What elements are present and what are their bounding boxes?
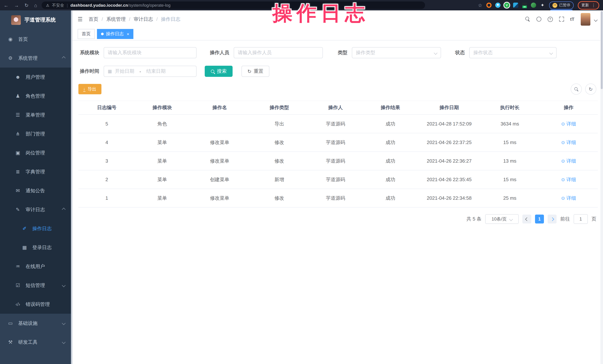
type-select[interactable]: 操作类型 bbox=[352, 47, 441, 58]
detail-link[interactable]: ⊙详细 bbox=[561, 121, 576, 127]
table-row: 4菜单修改菜单修改芋道源码成功2021-04-26 22:37:2515 ms⊙… bbox=[78, 133, 598, 152]
table-cell: 导出 bbox=[250, 114, 309, 133]
sidebar-item-error-code[interactable]: ‹/›错误码管理 bbox=[0, 295, 72, 314]
column-header: 操作模块 bbox=[135, 101, 189, 114]
table-cell-actions: ⊙详细 bbox=[539, 133, 598, 152]
module-label: 系统模块 bbox=[78, 49, 99, 56]
search-button[interactable]: 搜索 bbox=[205, 66, 232, 77]
table-cell: 菜单 bbox=[135, 152, 189, 170]
extension-icon-on[interactable]: on bbox=[522, 3, 527, 8]
table-cell: 芋道源码 bbox=[308, 114, 362, 133]
operator-input[interactable]: 请输入操作人员 bbox=[234, 47, 323, 58]
detail-link[interactable]: ⊙详细 bbox=[561, 176, 576, 183]
column-header: 日志编号 bbox=[78, 101, 135, 114]
status-select[interactable]: 操作状态 bbox=[469, 47, 557, 58]
next-page-button[interactable] bbox=[548, 215, 557, 223]
sidebar-item-login-log[interactable]: ▦登录日志 bbox=[0, 238, 72, 257]
tab-item[interactable]: 首页 bbox=[78, 29, 95, 39]
column-header: 操作人 bbox=[308, 101, 362, 114]
table-cell-actions: ⊙详细 bbox=[539, 114, 598, 133]
window-scrollbar[interactable] bbox=[600, 11, 603, 364]
table-cell: 创建菜单 bbox=[189, 170, 250, 189]
reload-icon[interactable]: ↻ bbox=[24, 3, 29, 8]
table-cell: 13 ms bbox=[480, 152, 539, 170]
goto-page-input[interactable]: 1 bbox=[574, 214, 588, 224]
scrollbar-thumb[interactable] bbox=[601, 11, 603, 89]
current-page-button[interactable]: 1 bbox=[535, 215, 544, 223]
sidebar-item-user[interactable]: ☻用户管理 bbox=[0, 67, 72, 87]
browser-menu-icon[interactable]: ⋮ bbox=[591, 3, 596, 8]
sidebar-item-dict[interactable]: ≣字典管理 bbox=[0, 162, 72, 181]
user-avatar[interactable] bbox=[581, 13, 590, 25]
column-header: 操作 bbox=[539, 101, 598, 114]
column-header: 执行时长 bbox=[480, 101, 539, 114]
detail-link[interactable]: ⊙详细 bbox=[561, 139, 576, 146]
extension-icon-greenv[interactable]: V bbox=[504, 3, 509, 8]
reset-button[interactable]: ↻ 重置 bbox=[242, 66, 269, 77]
home-icon[interactable]: ⌂ bbox=[34, 3, 37, 8]
fullscreen-icon[interactable] bbox=[559, 17, 564, 22]
extension-on-badge: on bbox=[522, 6, 527, 8]
prev-page-button[interactable] bbox=[522, 215, 531, 223]
post-icon: ▣ bbox=[15, 150, 21, 155]
detail-link[interactable]: ⊙详细 bbox=[561, 158, 576, 164]
sidebar-item-notice[interactable]: ✉通知公告 bbox=[0, 181, 72, 200]
font-size-icon[interactable]: tT bbox=[570, 17, 574, 22]
table-cell: 成功 bbox=[363, 133, 418, 152]
toggle-search-button[interactable] bbox=[571, 84, 582, 95]
operate-log-table: 日志编号操作模块操作名操作类型操作人操作结果操作日期执行时长操作 5角色导出芋道… bbox=[78, 101, 598, 208]
extension-icon-pin[interactable] bbox=[495, 3, 500, 8]
table-cell: 1 bbox=[78, 189, 135, 207]
help-icon[interactable]: ? bbox=[547, 17, 553, 22]
sidebar-item-dev-tools[interactable]: ⚒研发工具 bbox=[0, 333, 72, 352]
sidebar-item-online-user[interactable]: ♒在线用户 bbox=[0, 257, 72, 276]
sidebar-item-sms[interactable]: ☑短信管理 bbox=[0, 276, 72, 295]
export-button[interactable]: ↓ 导出 bbox=[78, 84, 101, 94]
table-cell: 25 ms bbox=[480, 189, 539, 207]
sidebar-item-menu[interactable]: ☰菜单管理 bbox=[0, 105, 72, 124]
sidebar-item-audit-log[interactable]: ✎审计日志 bbox=[0, 200, 72, 219]
detail-link[interactable]: ⊙详细 bbox=[561, 195, 576, 201]
sidebar-item-system[interactable]: ⚙系统管理 bbox=[0, 49, 72, 67]
extension-icon-puzzle[interactable]: ✦ bbox=[540, 3, 545, 8]
menu-icon: ☰ bbox=[15, 112, 21, 118]
browser-update-button[interactable]: 更新 ⋮ bbox=[578, 1, 599, 10]
page-size-select[interactable]: 10条/页 bbox=[485, 214, 519, 224]
back-icon[interactable]: ← bbox=[4, 3, 9, 8]
extension-icon-leaf[interactable] bbox=[531, 3, 536, 8]
extension-icon-ring[interactable] bbox=[486, 3, 492, 8]
search-icon[interactable] bbox=[525, 17, 530, 22]
tab-active[interactable]: 操作日志× bbox=[97, 29, 133, 39]
sidebar-item-operate-log[interactable]: ✐操作日志 bbox=[0, 219, 72, 238]
github-icon[interactable] bbox=[536, 17, 541, 22]
tab-label: 操作日志 bbox=[106, 31, 124, 37]
extension-icons: Von✦ bbox=[486, 3, 545, 8]
url-separator: | bbox=[67, 3, 68, 7]
breadcrumb-item[interactable]: 审计日志 bbox=[134, 16, 153, 22]
breadcrumb-item[interactable]: 系统管理 bbox=[106, 16, 126, 22]
app-logo-row[interactable]: 芋道管理系统 bbox=[0, 11, 72, 30]
menu-fold-icon[interactable]: ☰ bbox=[78, 16, 83, 22]
sidebar-item-post[interactable]: ▣岗位管理 bbox=[0, 143, 72, 162]
module-input[interactable]: 请输入系统模块 bbox=[104, 47, 197, 58]
sidebar-scrollbar[interactable] bbox=[71, 11, 72, 364]
bookmark-star-icon[interactable]: ☆ bbox=[478, 2, 482, 8]
table-header-row: 日志编号操作模块操作名操作类型操作人操作结果操作日期执行时长操作 bbox=[78, 101, 598, 114]
chevron-down-icon bbox=[62, 283, 66, 287]
table-cell-actions: ⊙详细 bbox=[539, 189, 598, 207]
operator-label: 操作人员 bbox=[210, 49, 229, 56]
close-tab-icon[interactable]: × bbox=[127, 31, 129, 37]
sidebar-item-home[interactable]: ◉首页 bbox=[0, 30, 72, 49]
sidebar-item-role[interactable]: ♟角色管理 bbox=[0, 87, 72, 105]
sidebar-item-infra[interactable]: ▭基础设施 bbox=[0, 314, 72, 333]
filter-module: 系统模块 请输入系统模块 bbox=[78, 47, 197, 58]
refresh-table-button[interactable]: ↻ bbox=[585, 84, 596, 95]
paused-extension-badge[interactable]: 已暂停 bbox=[549, 1, 574, 9]
date-range-input[interactable]: ▦ 开始日期 - 结束日期 bbox=[104, 66, 197, 77]
url-path: /system/log/operate-log bbox=[128, 3, 171, 7]
breadcrumb-item[interactable]: 首页 bbox=[89, 16, 98, 22]
extension-icon-cube[interactable] bbox=[513, 3, 518, 8]
avatar-caret-icon[interactable] bbox=[594, 16, 597, 22]
forward-icon[interactable]: → bbox=[14, 3, 19, 8]
sidebar-item-dept[interactable]: ⋔部门管理 bbox=[0, 124, 72, 143]
